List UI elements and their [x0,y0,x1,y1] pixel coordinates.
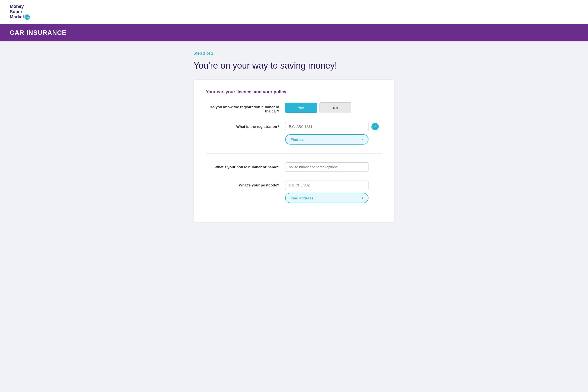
logo-text: Money Super Market.com [10,4,30,20]
registration-input-info-row: i [285,122,382,131]
house-number-label: What's your house number or name? [206,162,279,169]
section-divider [206,153,382,154]
registration-input-label: What is the registration? [206,122,279,128]
yes-no-buttons: Yes No [285,102,382,113]
postcode-row: What's your postcode? Find address › [206,180,382,203]
find-car-button[interactable]: Find car › [285,134,368,144]
postcode-label: What's your postcode? [206,180,279,187]
registration-question-row: Do you know the registration number of t… [206,102,382,113]
top-nav: Money Super Market.com [0,0,588,24]
banner-title: CAR INSURANCE [10,29,578,36]
house-number-row: What's your house number or name? [206,162,382,172]
registration-input[interactable] [285,122,368,131]
form-card: Your car, your licence, and your policy … [194,80,394,222]
find-address-button[interactable]: Find address › [285,193,368,203]
postcode-input[interactable] [285,180,368,190]
find-car-chevron-icon: › [362,137,363,142]
house-number-controls [285,162,382,172]
registration-input-controls: i Find car › [285,122,382,144]
registration-input-row: What is the registration? i Find car › [206,122,382,144]
registration-question-label: Do you know the registration number of t… [206,102,279,113]
info-icon[interactable]: i [372,123,379,130]
registration-question-controls: Yes No [285,102,382,113]
main-content: Step 1 of 2 You're on your way to saving… [184,42,404,232]
find-address-chevron-icon: › [362,196,363,200]
logo-dot: .com [24,14,30,20]
postcode-controls: Find address › [285,180,382,203]
purple-banner: CAR INSURANCE [0,24,588,42]
logo: Money Super Market.com [10,4,578,20]
no-button[interactable]: No [320,102,351,113]
house-number-input[interactable] [285,162,368,172]
section-title: Your car, your licence, and your policy [206,90,382,94]
step-indicator: Step 1 of 2 [194,51,394,56]
page-heading: You're on your way to saving money! [194,60,394,71]
yes-button[interactable]: Yes [285,103,317,113]
